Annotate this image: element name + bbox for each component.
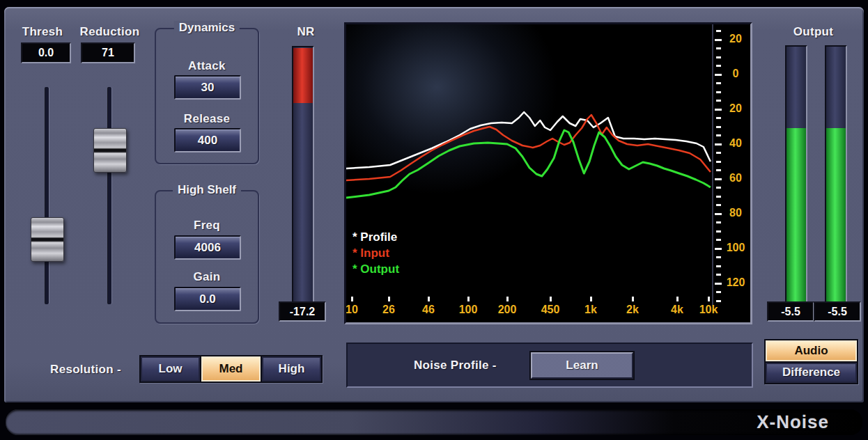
y-tick	[716, 56, 721, 58]
y-tick	[716, 291, 721, 293]
y-tick	[715, 143, 722, 146]
release-label: Release	[172, 111, 242, 127]
thresh-value: 0.0	[38, 47, 54, 59]
output-right-value-display: -5.5	[814, 301, 861, 322]
y-tick	[716, 221, 721, 223]
reduction-label: Reduction	[77, 24, 143, 40]
y-tick	[716, 230, 721, 233]
high-shelf-group: High Shelf Freq 4006 Gain 0.0	[155, 190, 259, 324]
y-tick	[715, 283, 722, 285]
y-tick-label: 20	[723, 33, 748, 45]
y-tick	[716, 152, 721, 154]
output-meter-left	[785, 45, 807, 304]
x-tick-label: 10k	[696, 304, 721, 316]
x-tick-label: 100	[456, 304, 481, 316]
nr-meter	[292, 46, 314, 304]
y-tick-label: 40	[723, 137, 748, 150]
y-tick	[715, 109, 722, 111]
x-tick	[428, 297, 430, 301]
y-tick	[715, 213, 722, 215]
output-left-value-display: -5.5	[767, 301, 814, 322]
y-tick-label: 20	[723, 102, 748, 115]
x-tick-label: 2k	[620, 304, 645, 316]
reduction-slider-track[interactable]	[108, 87, 111, 304]
y-tick	[716, 126, 721, 128]
nr-value: -17.2	[290, 306, 315, 318]
y-tick-label: 80	[723, 207, 748, 219]
series-output	[346, 130, 711, 198]
output-meter-right-fill	[826, 128, 846, 302]
noise-profile-bar: Noise Profile - Learn	[346, 343, 753, 388]
x-tick-label: 200	[495, 304, 520, 316]
reduction-value-display[interactable]: 71	[81, 42, 135, 63]
nr-meter-fill	[293, 48, 313, 103]
monitor-button-difference[interactable]: Difference	[766, 363, 857, 384]
x-tick-label: 26	[376, 304, 401, 316]
y-tick	[716, 117, 721, 119]
x-tick	[590, 297, 592, 301]
plugin-window: Thresh 0.0 Reduction 71 Dynamics Attack …	[0, 0, 868, 440]
legend-profile: * Profile	[352, 230, 397, 244]
release-button[interactable]: 400	[174, 128, 241, 152]
x-tick	[506, 297, 509, 301]
y-tick-label: 100	[723, 242, 748, 254]
output-meter-right	[825, 45, 847, 304]
dynamics-group: Dynamics Attack 30 Release 400	[155, 28, 259, 164]
thresh-value-display[interactable]: 0.0	[21, 42, 71, 63]
y-tick	[716, 169, 721, 171]
x-tick	[351, 297, 353, 301]
monitor-button-group: Audio Difference	[764, 339, 858, 384]
y-tick	[716, 204, 721, 206]
reduction-slider-handle[interactable]	[93, 128, 127, 173]
resolution-option-high[interactable]: High	[262, 356, 321, 382]
y-tick	[715, 74, 722, 76]
resolution-option-med[interactable]: Med	[201, 356, 261, 382]
nr-value-display[interactable]: -17.2	[279, 301, 326, 322]
y-tick	[715, 178, 722, 180]
y-tick	[716, 47, 721, 49]
learn-button[interactable]: Learn	[531, 352, 633, 379]
y-tick	[716, 256, 721, 258]
attack-button[interactable]: 30	[174, 75, 241, 100]
y-tick	[715, 39, 722, 41]
output-right-value: -5.5	[828, 306, 847, 318]
y-tick	[716, 65, 721, 67]
y-tick-label: 60	[723, 172, 748, 184]
gain-button[interactable]: 0.0	[174, 287, 241, 311]
main-panel: Thresh 0.0 Reduction 71 Dynamics Attack …	[4, 7, 864, 402]
thresh-slider-track[interactable]	[45, 87, 49, 304]
spectrum-screen: 1026461002004501k2k4k10k2002040608010012…	[344, 22, 752, 324]
title-bar: X-Noise	[6, 409, 862, 435]
y-tick	[716, 161, 721, 163]
y-tick	[716, 91, 721, 93]
y-tick	[716, 82, 721, 84]
x-tick	[388, 297, 390, 301]
nr-label: NR	[284, 24, 327, 40]
legend-output: * Output	[352, 262, 399, 276]
y-tick	[716, 265, 721, 267]
spectrum-display: 1026461002004501k2k4k10k2002040608010012…	[346, 24, 750, 322]
y-tick-label: 120	[723, 276, 748, 289]
y-tick	[716, 187, 721, 189]
y-tick	[715, 248, 722, 250]
x-tick-label: 4k	[665, 304, 690, 316]
attack-label: Attack	[172, 58, 242, 74]
gain-label: Gain	[172, 269, 242, 285]
freq-button[interactable]: 4006	[174, 235, 241, 260]
high-shelf-title: High Shelf	[173, 183, 241, 197]
resolution-option-low[interactable]: Low	[141, 356, 200, 382]
monitor-button-audio[interactable]: Audio	[766, 340, 857, 361]
thresh-label: Thresh	[15, 24, 70, 40]
resolution-button-group: Low Med High	[139, 355, 323, 383]
plugin-title: X-Noise	[757, 411, 862, 433]
y-tick	[716, 134, 721, 136]
spectrum-curves	[346, 24, 715, 322]
y-tick	[716, 30, 721, 32]
output-label: Output	[773, 24, 853, 40]
y-tick	[716, 300, 721, 302]
x-tick-label: 46	[416, 304, 441, 316]
x-tick-label: 1k	[578, 304, 603, 316]
x-tick	[632, 297, 634, 301]
x-tick	[467, 297, 470, 301]
thresh-slider-handle[interactable]	[31, 217, 64, 262]
